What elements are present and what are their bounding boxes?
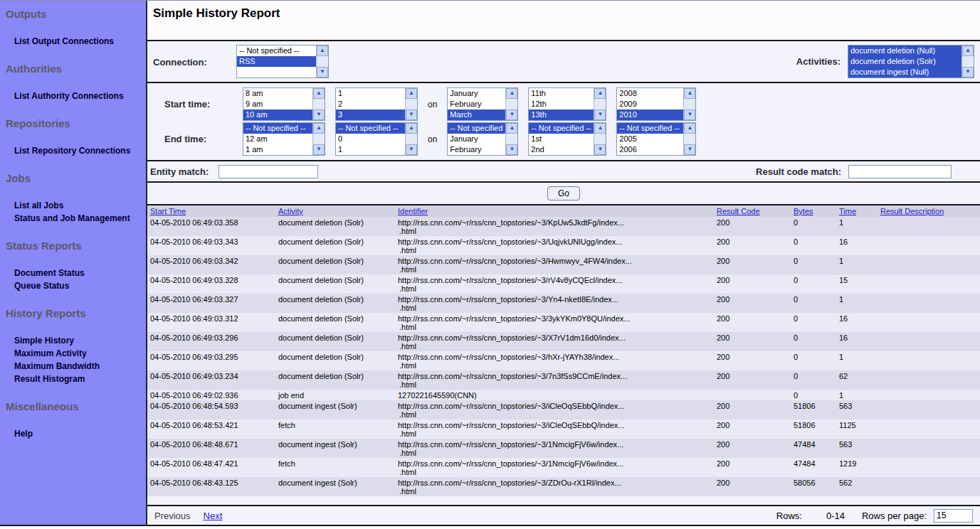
sidebar-item[interactable]: List Output Connections xyxy=(14,36,146,47)
sidebar-item[interactable]: Help xyxy=(14,428,146,439)
sort-result-code-link[interactable]: Result Code xyxy=(717,207,760,215)
select-option[interactable]: 8 am xyxy=(243,88,312,99)
end-hour-select[interactable]: -- Not specified --12 am1 am ▲▼ xyxy=(243,122,325,156)
sidebar-item[interactable]: Status and Job Management xyxy=(14,213,146,224)
scrollbar[interactable]: ▲▼ xyxy=(505,123,517,155)
scroll-up-icon[interactable]: ▲ xyxy=(962,46,974,56)
scrollbar[interactable]: ▲▼ xyxy=(594,123,606,155)
select-option[interactable]: 2008 xyxy=(617,88,683,99)
sort-start-time-link[interactable]: Start Time xyxy=(150,207,186,215)
select-option[interactable]: January xyxy=(448,134,505,144)
start-month-select[interactable]: JanuaryFebruaryMarch ▲▼ xyxy=(447,87,518,121)
scroll-down-icon[interactable]: ▼ xyxy=(594,144,606,155)
scroll-up-icon[interactable]: ▲ xyxy=(684,88,695,99)
select-option[interactable]: -- Not specified -- xyxy=(237,46,316,56)
scrollbar[interactable]: ▲▼ xyxy=(405,123,417,155)
sort-result-description-link[interactable]: Result Description xyxy=(880,207,944,215)
select-option[interactable]: February xyxy=(448,99,505,109)
select-option[interactable]: 2nd xyxy=(529,144,594,155)
connection-select[interactable]: -- Not specified -- RSS ▲ ▼ xyxy=(236,45,329,78)
select-option[interactable]: -- Not specified -- xyxy=(617,123,683,134)
end-month-select[interactable]: -- Not specified --JanuaryFebruary ▲▼ xyxy=(447,122,518,156)
sidebar-item[interactable]: List Repository Connections xyxy=(14,145,146,156)
select-option[interactable]: -- Not specified -- xyxy=(336,123,405,134)
scroll-down-icon[interactable]: ▼ xyxy=(594,109,606,120)
select-option[interactable]: -- Not specified -- xyxy=(448,123,505,134)
scroll-up-icon[interactable]: ▲ xyxy=(313,88,325,99)
scrollbar[interactable]: ▲▼ xyxy=(505,88,517,120)
sort-activity-link[interactable]: Activity xyxy=(278,207,303,215)
scrollbar[interactable]: ▲ ▼ xyxy=(961,46,974,78)
sidebar-item[interactable]: Maximum Activity xyxy=(14,348,146,359)
select-option[interactable]: RSS xyxy=(237,56,316,67)
sort-time-link[interactable]: Time xyxy=(839,207,856,215)
scrollbar[interactable]: ▲ ▼ xyxy=(316,46,328,78)
scroll-down-icon[interactable]: ▼ xyxy=(313,109,325,120)
scrollbar[interactable]: ▲▼ xyxy=(405,88,417,120)
scroll-down-icon[interactable]: ▼ xyxy=(313,144,325,155)
scroll-up-icon[interactable]: ▲ xyxy=(506,88,517,99)
scrollbar[interactable]: ▲▼ xyxy=(683,88,695,120)
sidebar-item[interactable]: Document Status xyxy=(14,267,146,279)
go-button[interactable]: Go xyxy=(547,186,580,201)
select-option[interactable]: 2010 xyxy=(617,109,683,120)
select-option[interactable]: 1 xyxy=(336,144,405,155)
scrollbar[interactable]: ▲▼ xyxy=(312,88,325,120)
select-option[interactable]: 2005 xyxy=(617,134,683,144)
sidebar-item[interactable]: Maximum Bandwidth xyxy=(14,360,146,372)
select-option[interactable]: 9 am xyxy=(243,99,312,109)
select-option[interactable]: 3 xyxy=(336,109,405,120)
select-option[interactable]: -- Not specified -- xyxy=(529,123,594,134)
scroll-up-icon[interactable]: ▲ xyxy=(506,123,517,134)
select-option[interactable]: 1 am xyxy=(243,144,312,155)
select-option[interactable]: document deletion (Solr) xyxy=(848,56,961,67)
select-option[interactable]: 10 am xyxy=(243,109,312,120)
start-hour-select[interactable]: 8 am9 am10 am ▲▼ xyxy=(243,87,325,121)
select-option[interactable]: 2009 xyxy=(617,99,683,109)
scroll-down-icon[interactable]: ▼ xyxy=(406,144,417,155)
scroll-down-icon[interactable]: ▼ xyxy=(684,109,695,120)
scroll-up-icon[interactable]: ▲ xyxy=(406,123,417,134)
scroll-down-icon[interactable]: ▼ xyxy=(962,67,974,78)
select-option[interactable]: January xyxy=(448,88,505,99)
scroll-down-icon[interactable]: ▼ xyxy=(317,67,328,78)
activities-select[interactable]: document deletion (Null) document deleti… xyxy=(848,45,974,78)
scroll-up-icon[interactable]: ▲ xyxy=(406,88,417,99)
end-day-select[interactable]: -- Not specified --1st2nd ▲▼ xyxy=(528,122,606,156)
select-option[interactable]: 0 xyxy=(336,134,405,144)
scroll-up-icon[interactable]: ▲ xyxy=(684,123,695,134)
next-button[interactable]: Next xyxy=(204,511,223,521)
select-option[interactable]: February xyxy=(448,144,505,155)
select-option[interactable]: document ingest (Null) xyxy=(848,67,961,78)
select-option[interactable]: 12th xyxy=(529,99,594,109)
sidebar-item[interactable]: List Authority Connections xyxy=(14,90,146,102)
select-option[interactable]: 1 xyxy=(336,88,405,99)
scroll-down-icon[interactable]: ▼ xyxy=(506,109,517,120)
select-option[interactable]: 2 xyxy=(336,99,405,109)
rows-per-page-input[interactable] xyxy=(934,509,973,523)
end-year-select[interactable]: -- Not specified --20052006 ▲▼ xyxy=(616,122,696,156)
entity-match-input[interactable] xyxy=(218,165,318,178)
result-code-match-input[interactable] xyxy=(848,165,952,178)
scroll-up-icon[interactable]: ▲ xyxy=(317,46,328,56)
select-option[interactable]: 12 am xyxy=(243,134,312,144)
scroll-up-icon[interactable]: ▲ xyxy=(594,123,606,134)
select-option[interactable]: 11th xyxy=(529,88,594,99)
select-option[interactable]: -- Not specified -- xyxy=(243,123,312,134)
scrollbar[interactable]: ▲▼ xyxy=(594,88,606,120)
sort-bytes-link[interactable]: Bytes xyxy=(794,207,813,215)
end-minute-select[interactable]: -- Not specified --01 ▲▼ xyxy=(335,122,418,156)
start-year-select[interactable]: 200820092010 ▲▼ xyxy=(616,87,696,121)
scroll-down-icon[interactable]: ▼ xyxy=(406,109,417,120)
sidebar-item[interactable]: Result Histogram xyxy=(14,373,146,385)
start-day-select[interactable]: 11th12th13th ▲▼ xyxy=(528,87,606,121)
scroll-up-icon[interactable]: ▲ xyxy=(313,123,325,134)
sidebar-item[interactable]: Queue Status xyxy=(14,280,146,292)
scroll-up-icon[interactable]: ▲ xyxy=(594,88,606,99)
select-option[interactable]: 1st xyxy=(529,134,594,144)
sidebar-item[interactable]: Simple History xyxy=(14,335,146,346)
select-option[interactable]: 2006 xyxy=(617,144,683,155)
scroll-down-icon[interactable]: ▼ xyxy=(506,144,517,155)
scrollbar[interactable]: ▲▼ xyxy=(683,123,695,155)
sidebar-item[interactable]: List all Jobs xyxy=(14,200,146,211)
